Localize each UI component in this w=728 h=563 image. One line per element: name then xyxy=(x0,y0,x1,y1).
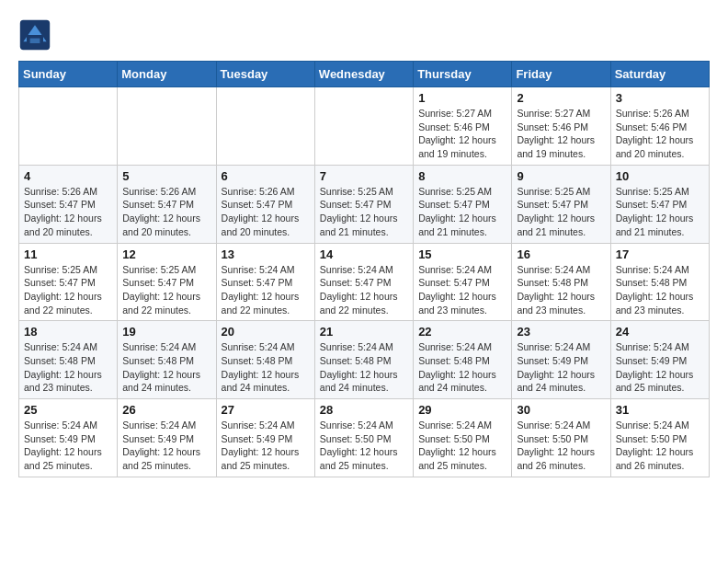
day-info: Sunrise: 5:24 AM Sunset: 5:50 PM Dayligh… xyxy=(320,419,408,473)
day-number: 7 xyxy=(320,169,408,183)
day-info: Sunrise: 5:25 AM Sunset: 5:47 PM Dayligh… xyxy=(616,185,704,239)
calendar-cell: 26Sunrise: 5:24 AM Sunset: 5:49 PM Dayli… xyxy=(118,399,216,477)
logo-icon xyxy=(18,18,51,52)
calendar-cell: 4Sunrise: 5:26 AM Sunset: 5:47 PM Daylig… xyxy=(19,165,118,243)
calendar-cell: 7Sunrise: 5:25 AM Sunset: 5:47 PM Daylig… xyxy=(314,165,413,243)
day-info: Sunrise: 5:25 AM Sunset: 5:47 PM Dayligh… xyxy=(320,185,408,239)
day-number: 17 xyxy=(616,247,704,261)
day-info: Sunrise: 5:24 AM Sunset: 5:49 PM Dayligh… xyxy=(122,419,210,473)
day-info: Sunrise: 5:24 AM Sunset: 5:48 PM Dayligh… xyxy=(320,340,408,395)
calendar-cell: 22Sunrise: 5:24 AM Sunset: 5:48 PM Dayli… xyxy=(414,321,512,399)
day-number: 22 xyxy=(418,325,506,339)
day-number: 14 xyxy=(320,247,408,261)
day-number: 28 xyxy=(320,403,408,417)
day-info: Sunrise: 5:24 AM Sunset: 5:48 PM Dayligh… xyxy=(24,340,112,395)
calendar-cell xyxy=(314,87,413,166)
day-number: 25 xyxy=(24,403,112,417)
week-row-1: 1Sunrise: 5:27 AM Sunset: 5:46 PM Daylig… xyxy=(19,87,710,166)
day-info: Sunrise: 5:24 AM Sunset: 5:50 PM Dayligh… xyxy=(517,419,605,473)
day-number: 11 xyxy=(24,247,112,261)
day-number: 2 xyxy=(517,91,605,105)
calendar-cell: 19Sunrise: 5:24 AM Sunset: 5:48 PM Dayli… xyxy=(118,321,216,399)
calendar-cell: 28Sunrise: 5:24 AM Sunset: 5:50 PM Dayli… xyxy=(314,399,413,477)
day-info: Sunrise: 5:25 AM Sunset: 5:47 PM Dayligh… xyxy=(122,263,210,317)
week-row-2: 4Sunrise: 5:26 AM Sunset: 5:47 PM Daylig… xyxy=(19,165,710,243)
calendar-cell: 12Sunrise: 5:25 AM Sunset: 5:47 PM Dayli… xyxy=(118,243,216,321)
day-info: Sunrise: 5:24 AM Sunset: 5:47 PM Dayligh… xyxy=(320,263,408,317)
day-number: 21 xyxy=(320,325,408,339)
logo xyxy=(18,18,57,52)
day-info: Sunrise: 5:25 AM Sunset: 5:47 PM Dayligh… xyxy=(517,185,605,239)
header-cell-sunday: Sunday xyxy=(19,62,118,87)
day-info: Sunrise: 5:24 AM Sunset: 5:49 PM Dayligh… xyxy=(222,419,310,473)
calendar-cell: 25Sunrise: 5:24 AM Sunset: 5:49 PM Dayli… xyxy=(19,399,118,477)
header xyxy=(18,18,710,52)
day-number: 3 xyxy=(616,91,704,105)
header-cell-tuesday: Tuesday xyxy=(216,62,314,87)
calendar-cell xyxy=(118,87,216,166)
day-info: Sunrise: 5:24 AM Sunset: 5:49 PM Dayligh… xyxy=(517,340,605,395)
day-info: Sunrise: 5:24 AM Sunset: 5:47 PM Dayligh… xyxy=(418,263,506,317)
day-number: 20 xyxy=(222,325,310,339)
day-number: 29 xyxy=(418,403,506,417)
calendar-cell: 6Sunrise: 5:26 AM Sunset: 5:47 PM Daylig… xyxy=(216,165,314,243)
day-info: Sunrise: 5:24 AM Sunset: 5:47 PM Dayligh… xyxy=(222,263,310,317)
day-info: Sunrise: 5:24 AM Sunset: 5:49 PM Dayligh… xyxy=(616,340,704,395)
week-row-3: 11Sunrise: 5:25 AM Sunset: 5:47 PM Dayli… xyxy=(19,243,710,321)
calendar-cell: 18Sunrise: 5:24 AM Sunset: 5:48 PM Dayli… xyxy=(19,321,118,399)
day-info: Sunrise: 5:24 AM Sunset: 5:50 PM Dayligh… xyxy=(418,419,506,473)
day-number: 8 xyxy=(418,169,506,183)
calendar-cell: 30Sunrise: 5:24 AM Sunset: 5:50 PM Dayli… xyxy=(512,399,610,477)
day-number: 4 xyxy=(24,169,112,183)
week-row-4: 18Sunrise: 5:24 AM Sunset: 5:48 PM Dayli… xyxy=(19,321,710,399)
calendar-cell: 10Sunrise: 5:25 AM Sunset: 5:47 PM Dayli… xyxy=(610,165,709,243)
day-number: 16 xyxy=(517,247,605,261)
calendar-cell: 31Sunrise: 5:24 AM Sunset: 5:50 PM Dayli… xyxy=(610,399,709,477)
calendar-cell: 8Sunrise: 5:25 AM Sunset: 5:47 PM Daylig… xyxy=(414,165,512,243)
day-number: 24 xyxy=(616,325,704,339)
day-info: Sunrise: 5:26 AM Sunset: 5:47 PM Dayligh… xyxy=(122,185,210,239)
calendar-cell: 27Sunrise: 5:24 AM Sunset: 5:49 PM Dayli… xyxy=(216,399,314,477)
day-info: Sunrise: 5:26 AM Sunset: 5:47 PM Dayligh… xyxy=(222,185,310,239)
day-info: Sunrise: 5:24 AM Sunset: 5:48 PM Dayligh… xyxy=(222,340,310,395)
day-info: Sunrise: 5:26 AM Sunset: 5:47 PM Dayligh… xyxy=(24,185,112,239)
calendar-cell xyxy=(19,87,118,166)
header-cell-monday: Monday xyxy=(118,62,216,87)
day-info: Sunrise: 5:24 AM Sunset: 5:48 PM Dayligh… xyxy=(418,340,506,395)
day-number: 6 xyxy=(222,169,310,183)
day-info: Sunrise: 5:27 AM Sunset: 5:46 PM Dayligh… xyxy=(517,107,605,161)
header-cell-wednesday: Wednesday xyxy=(314,62,413,87)
day-info: Sunrise: 5:27 AM Sunset: 5:46 PM Dayligh… xyxy=(418,107,506,161)
calendar-cell: 2Sunrise: 5:27 AM Sunset: 5:46 PM Daylig… xyxy=(512,87,610,166)
day-number: 30 xyxy=(517,403,605,417)
calendar-cell: 13Sunrise: 5:24 AM Sunset: 5:47 PM Dayli… xyxy=(216,243,314,321)
day-number: 5 xyxy=(122,169,210,183)
calendar-header: SundayMondayTuesdayWednesdayThursdayFrid… xyxy=(19,62,710,87)
day-number: 18 xyxy=(24,325,112,339)
header-row: SundayMondayTuesdayWednesdayThursdayFrid… xyxy=(19,62,710,87)
calendar-cell: 29Sunrise: 5:24 AM Sunset: 5:50 PM Dayli… xyxy=(414,399,512,477)
svg-rect-3 xyxy=(30,39,40,43)
day-info: Sunrise: 5:25 AM Sunset: 5:47 PM Dayligh… xyxy=(24,263,112,317)
calendar-cell: 16Sunrise: 5:24 AM Sunset: 5:48 PM Dayli… xyxy=(512,243,610,321)
week-row-5: 25Sunrise: 5:24 AM Sunset: 5:49 PM Dayli… xyxy=(19,399,710,477)
day-number: 15 xyxy=(418,247,506,261)
calendar-body: 1Sunrise: 5:27 AM Sunset: 5:46 PM Daylig… xyxy=(19,87,710,477)
calendar-cell: 24Sunrise: 5:24 AM Sunset: 5:49 PM Dayli… xyxy=(610,321,709,399)
calendar-cell: 15Sunrise: 5:24 AM Sunset: 5:47 PM Dayli… xyxy=(414,243,512,321)
calendar-cell: 23Sunrise: 5:24 AM Sunset: 5:49 PM Dayli… xyxy=(512,321,610,399)
day-info: Sunrise: 5:25 AM Sunset: 5:47 PM Dayligh… xyxy=(418,185,506,239)
header-cell-saturday: Saturday xyxy=(610,62,709,87)
day-info: Sunrise: 5:24 AM Sunset: 5:48 PM Dayligh… xyxy=(517,263,605,317)
calendar-cell: 20Sunrise: 5:24 AM Sunset: 5:48 PM Dayli… xyxy=(216,321,314,399)
day-info: Sunrise: 5:24 AM Sunset: 5:48 PM Dayligh… xyxy=(122,340,210,395)
calendar-cell: 17Sunrise: 5:24 AM Sunset: 5:48 PM Dayli… xyxy=(610,243,709,321)
day-number: 12 xyxy=(122,247,210,261)
calendar-cell: 14Sunrise: 5:24 AM Sunset: 5:47 PM Dayli… xyxy=(314,243,413,321)
calendar-cell: 21Sunrise: 5:24 AM Sunset: 5:48 PM Dayli… xyxy=(314,321,413,399)
day-info: Sunrise: 5:24 AM Sunset: 5:48 PM Dayligh… xyxy=(616,263,704,317)
day-info: Sunrise: 5:24 AM Sunset: 5:49 PM Dayligh… xyxy=(24,419,112,473)
day-number: 9 xyxy=(517,169,605,183)
calendar-table: SundayMondayTuesdayWednesdayThursdayFrid… xyxy=(18,61,710,477)
calendar-cell: 1Sunrise: 5:27 AM Sunset: 5:46 PM Daylig… xyxy=(414,87,512,166)
